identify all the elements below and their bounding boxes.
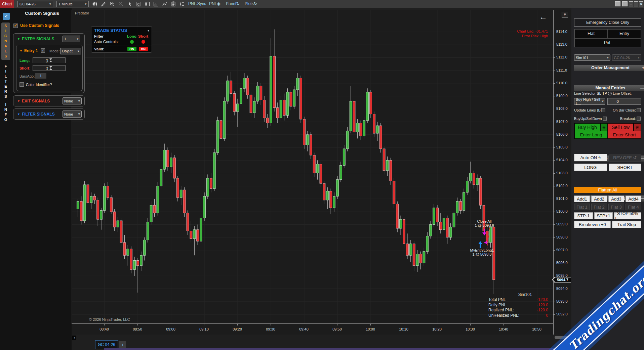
- flatten-all-button[interactable]: Flatten All: [574, 187, 641, 193]
- enter-short-button[interactable]: Enter Short: [608, 131, 641, 138]
- tab-gc-04-26[interactable]: GC 04-26: [95, 340, 118, 349]
- enter-long-button[interactable]: Enter Long: [575, 131, 607, 138]
- barsago-input[interactable]: 1: [35, 73, 46, 79]
- window-extra-button-1[interactable]: [615, 1, 620, 6]
- buyup-selldown-checkbox[interactable]: [603, 117, 607, 121]
- candle: [409, 244, 412, 255]
- line-offset-input[interactable]: 0: [607, 98, 641, 105]
- account-dropdown[interactable]: Sim101 ∨: [574, 54, 610, 61]
- collapse-section-icon[interactable]: —: [640, 86, 644, 90]
- chart-panel[interactable]: Predator ← Chart Lag: -01.471 Error Risk…: [72, 10, 553, 323]
- price-axis-tick: [554, 83, 555, 84]
- add4-button[interactable]: Add4: [626, 195, 641, 202]
- scroll-to-latest-icon[interactable]: ←: [539, 13, 547, 21]
- candle: [453, 213, 455, 227]
- lightning-icon: ϟ: [598, 155, 601, 160]
- auto-on-button[interactable]: Auto ON ϟ: [574, 154, 607, 161]
- entry1-enabled-checkbox[interactable]: ✓: [41, 48, 45, 53]
- long-signal-input[interactable]: (): [33, 57, 66, 63]
- filter-signals-dropdown[interactable]: None ∨: [63, 111, 82, 118]
- time-axis[interactable]: 08:4008:5009:0009:1009:2009:3009:4009:50…: [72, 323, 553, 335]
- instrument-dropdown[interactable]: GC 04-26 ∨: [17, 1, 53, 7]
- flat3-button[interactable]: Flat 3: [608, 204, 624, 210]
- triangle-down-icon[interactable]: ▼: [19, 49, 23, 52]
- pnl-sync-menu[interactable]: PNL.Sync: [188, 1, 206, 6]
- flat1-button[interactable]: Flat 1: [574, 204, 590, 210]
- auto-long-button[interactable]: LONG: [574, 164, 607, 171]
- use-custom-checkbox[interactable]: ✓: [13, 24, 18, 28]
- candle: [320, 164, 322, 183]
- entry-count-dropdown[interactable]: 1 ∨: [63, 36, 80, 42]
- pnl-menu[interactable]: PNL◉: [209, 1, 220, 6]
- zoom-in-icon[interactable]: [109, 1, 116, 7]
- line-selector-dropdown[interactable]: Buy High / Sell L... ∨: [574, 98, 605, 105]
- order-management-header[interactable]: Order Management +: [574, 65, 644, 71]
- collapse-icon[interactable]: ◂: [147, 29, 149, 32]
- exit-signals-dropdown[interactable]: None ∨: [63, 97, 82, 104]
- sidebar-tab-signals[interactable]: SIGNALS: [1, 23, 10, 60]
- color-identifier-checkbox[interactable]: [19, 82, 24, 87]
- stp-plus-button[interactable]: STP+1: [594, 212, 613, 219]
- add1-button[interactable]: Add1: [574, 195, 590, 202]
- stop-50-button[interactable]: - STOP 50% +: [614, 212, 641, 219]
- breakeven-button[interactable]: Breakeven +0: [574, 221, 611, 228]
- list-settings-icon[interactable]: [179, 1, 186, 7]
- close-button[interactable]: ×: [639, 1, 643, 6]
- candlestick-style-icon[interactable]: [91, 1, 98, 7]
- price-axis[interactable]: F 5094.7 5114.05113.05112.05111.05110.05…: [553, 10, 571, 335]
- clipboard-report-icon[interactable]: [170, 1, 177, 7]
- clock-icon[interactable]: [608, 92, 612, 95]
- breakout-checkbox[interactable]: [637, 117, 641, 121]
- triangle-down-icon[interactable]: ▼: [17, 99, 20, 103]
- window-extra-button-2[interactable]: [622, 1, 628, 6]
- sell-low-eye-icon[interactable]: ◉: [634, 124, 641, 131]
- on-bar-close-checkbox[interactable]: [637, 108, 641, 112]
- triangle-down-icon[interactable]: ▼: [17, 37, 20, 41]
- plots-refresh-menu[interactable]: Plots↻: [245, 1, 257, 6]
- sell-low-button[interactable]: Sell Low: [608, 124, 633, 131]
- add2-button[interactable]: Add2: [591, 195, 607, 202]
- draw-pencil-icon[interactable]: [100, 1, 107, 7]
- stp-minus-button[interactable]: STP-1: [574, 212, 593, 219]
- add-tab-button[interactable]: +: [119, 341, 126, 348]
- trail-stop-button[interactable]: Trail Stop: [612, 221, 641, 228]
- candle: [313, 155, 315, 173]
- chart-menu-button[interactable]: Chart: [0, 0, 14, 8]
- minimize-button[interactable]: –: [629, 1, 633, 6]
- indicator-panel-icon[interactable]: [153, 1, 159, 7]
- horizontal-scrollbar[interactable]: [555, 336, 567, 339]
- add3-button[interactable]: Add3: [608, 195, 624, 202]
- candle: [290, 92, 292, 106]
- manual-entries-header[interactable]: Manual Entries —: [574, 85, 644, 91]
- flat2-button[interactable]: Flat 2: [591, 204, 607, 210]
- emergency-close-only-button[interactable]: Emergency Close Only: [574, 18, 641, 27]
- panel-layout-icon[interactable]: [144, 1, 151, 7]
- buy-high-eye-icon[interactable]: ◉: [601, 124, 607, 131]
- pnl-button[interactable]: PnL: [574, 38, 641, 47]
- rev-off-button[interactable]: REV.OFF ↺: [609, 154, 642, 161]
- short-signal-input[interactable]: (): [33, 65, 66, 71]
- line-tool-icon[interactable]: [161, 1, 168, 7]
- sidebar-collapse-button[interactable]: <: [3, 13, 10, 20]
- time-axis-tick: [504, 324, 504, 325]
- candle: [160, 169, 162, 186]
- flat-button[interactable]: Flat: [574, 29, 608, 38]
- update-lines-checkbox[interactable]: [601, 108, 605, 112]
- sidebar-tab-filters[interactable]: FILTERS: [1, 62, 10, 101]
- data-box-icon[interactable]: [135, 1, 142, 7]
- expand-icon[interactable]: +: [642, 65, 644, 70]
- buy-high-button[interactable]: Buy High: [575, 124, 600, 131]
- fixed-scale-button[interactable]: F: [562, 12, 568, 18]
- triangle-down-icon[interactable]: ▼: [17, 113, 20, 116]
- entry-button[interactable]: Entry: [608, 29, 641, 38]
- restore-button[interactable]: [634, 1, 638, 6]
- mode-dropdown[interactable]: Object ∨: [60, 48, 81, 54]
- panel-refresh-menu[interactable]: Panel↻: [226, 1, 240, 6]
- cursor-pointer-icon[interactable]: [127, 1, 133, 7]
- sidebar-tab-info[interactable]: INFO: [1, 102, 10, 123]
- auto-short-button[interactable]: SHORT: [609, 164, 642, 171]
- interval-dropdown[interactable]: 1 Minute ∨: [56, 1, 89, 7]
- flat4-button[interactable]: Flat 4: [626, 204, 641, 210]
- price-axis-label: 5103.0: [556, 171, 568, 175]
- close-all-line1: Close All: [468, 220, 501, 224]
